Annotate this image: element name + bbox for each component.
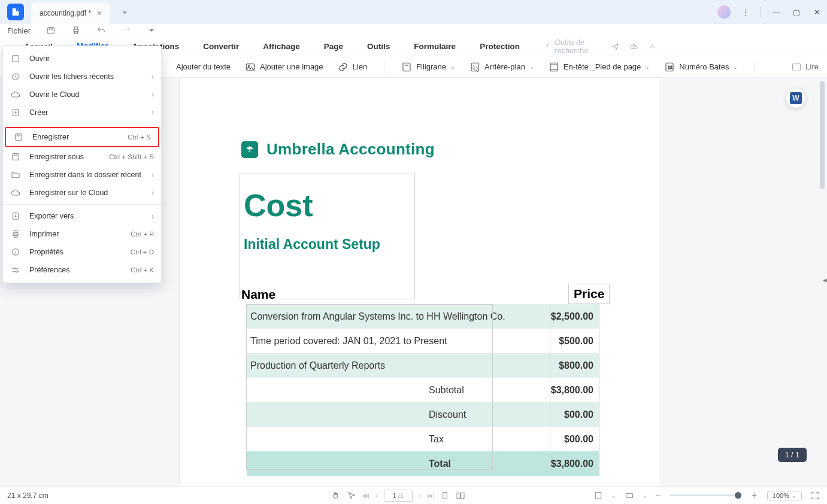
tab-close-icon[interactable]: ×	[97, 8, 102, 18]
window-close-icon[interactable]: ✕	[807, 0, 827, 24]
chevron-down-icon: ⌄	[733, 63, 738, 70]
print-icon	[10, 229, 21, 239]
folder-icon	[10, 169, 21, 180]
title-bar: accounting.pdf * × ＋ ⋮ ― ▢ ✕	[0, 0, 827, 24]
search-tools[interactable]: Outils de recherche	[544, 38, 601, 55]
undo-icon[interactable]	[96, 26, 106, 35]
background-label: Arrière-plan	[484, 62, 525, 71]
chevron-right-icon: ›	[152, 171, 154, 179]
zoom-out-button[interactable]: −	[656, 490, 661, 500]
status-bar: 21 x 29,7 cm ⏮ ‹ 1 /1 › ⏭ ⌄ ⌄ − ＋ 100%⌄	[0, 486, 827, 504]
cost-title-box: Cost Initial Account Setup	[240, 174, 415, 299]
page-canvas[interactable]: ☂ Umbrella Acccounting Cost Initial Acco…	[180, 78, 661, 504]
first-page-icon[interactable]: ⏮	[362, 491, 369, 500]
menu-preferences[interactable]: PréférencesCtrl + K	[3, 261, 161, 279]
single-page-icon[interactable]	[440, 491, 450, 500]
menu-open[interactable]: Ouvrir	[3, 50, 161, 68]
next-page-icon[interactable]: ›	[419, 491, 421, 500]
menu-create[interactable]: Créer›	[3, 104, 161, 122]
read-checkbox[interactable]	[792, 63, 801, 71]
watermark-button[interactable]: Filigrane⌄	[401, 62, 455, 72]
header-footer-icon	[549, 62, 559, 72]
cloud-upload-icon[interactable]	[630, 41, 638, 52]
file-menu-button[interactable]: Fichier	[7, 26, 31, 35]
expand-right-panel-icon[interactable]: ◂	[823, 275, 827, 284]
svg-rect-24	[14, 235, 17, 237]
collapse-ribbon-icon[interactable]	[649, 41, 656, 52]
svg-rect-28	[443, 492, 447, 499]
menu-save-recent-folder[interactable]: Enregistrer dans le dossier récent›	[3, 166, 161, 184]
background-button[interactable]: Arrière-plan⌄	[469, 62, 534, 72]
menu-open-cloud[interactable]: Ouvrir le Cloud›	[3, 86, 161, 104]
add-text-button[interactable]: Ajouter du texte	[176, 62, 231, 71]
customize-quick-icon[interactable]	[147, 26, 156, 35]
image-icon	[245, 62, 256, 72]
quick-toolbar: Fichier	[0, 24, 827, 37]
tab-outils[interactable]: Outils	[367, 38, 390, 54]
window-maximize-icon[interactable]: ▢	[786, 0, 807, 24]
search-tools-label: Outils de recherche	[555, 38, 601, 55]
column-name-header: Name	[241, 287, 275, 302]
link-button[interactable]: Lien	[338, 62, 368, 72]
kebab-menu-icon[interactable]: ⋮	[735, 0, 756, 24]
prev-page-icon[interactable]: ‹	[375, 491, 378, 500]
redo-icon[interactable]	[122, 26, 131, 35]
zoom-thumb[interactable]	[735, 492, 741, 499]
user-avatar[interactable]	[717, 5, 731, 19]
background-icon	[469, 62, 480, 72]
convert-to-word-button[interactable]: W	[786, 89, 805, 108]
svg-rect-9	[550, 63, 558, 71]
tab-page[interactable]: Page	[324, 38, 343, 54]
link-icon	[338, 62, 349, 72]
new-tab-button[interactable]: ＋	[116, 4, 133, 20]
watermark-icon	[401, 62, 412, 72]
save-as-icon	[10, 151, 21, 162]
sparkle-icon	[544, 41, 552, 52]
svg-rect-30	[461, 493, 464, 498]
zoom-slider[interactable]	[670, 494, 741, 496]
vertical-scrollbar[interactable]	[820, 81, 825, 189]
shortcut-label: Ctrl + S	[128, 133, 151, 141]
menu-export[interactable]: Exporter vers›	[3, 207, 161, 225]
window-minimize-icon[interactable]: ―	[766, 0, 786, 24]
print-quick-icon[interactable]	[71, 26, 81, 35]
menu-save-as[interactable]: Enregistrer sousCtrl + Shift + S	[3, 148, 161, 166]
cost-heading: Cost	[240, 174, 414, 223]
add-image-button[interactable]: Ajouter une image	[245, 62, 323, 72]
total-row: Total$3,800.00	[247, 451, 599, 476]
two-page-icon[interactable]	[456, 491, 465, 500]
page-number-input[interactable]: 1 /1	[384, 490, 413, 502]
link-label: Lien	[353, 62, 368, 71]
zoom-level-select[interactable]: 100%⌄	[767, 491, 802, 500]
cost-subtitle: Initial Account Setup	[240, 223, 414, 253]
tab-protection[interactable]: Protection	[480, 38, 520, 54]
chevron-right-icon: ›	[152, 189, 154, 197]
table-row: Time period covered: JAN 01, 2021 to Pre…	[247, 329, 599, 353]
shortcut-label: Ctrl + P	[131, 230, 154, 238]
fit-page-icon[interactable]	[593, 491, 603, 500]
menu-print[interactable]: ImprimerCtrl + P	[3, 225, 161, 243]
header-footer-button[interactable]: En-tête _Pied de page⌄	[549, 62, 650, 72]
tab-affichage[interactable]: Affichage	[263, 38, 300, 54]
tab-convertir[interactable]: Convertir	[203, 38, 239, 54]
add-text-label: Ajouter du texte	[176, 62, 231, 71]
save-quick-icon[interactable]	[46, 26, 56, 35]
tab-formulaire[interactable]: Formulaire	[414, 38, 456, 54]
last-page-icon[interactable]: ⏭	[427, 491, 434, 500]
tab-label: accounting.pdf *	[40, 9, 91, 17]
chevron-down-icon: ⌄	[645, 63, 650, 70]
menu-open-recent[interactable]: Ouvrir les fichiers récents›	[3, 68, 161, 86]
bates-button[interactable]: 12 Numéro Bates⌄	[664, 62, 738, 72]
hand-tool-icon[interactable]	[331, 491, 341, 500]
menu-save[interactable]: EnregistrerCtrl + S	[5, 127, 159, 147]
info-icon	[10, 247, 21, 257]
zoom-in-button[interactable]: ＋	[750, 490, 759, 501]
fullscreen-icon[interactable]	[810, 491, 820, 500]
document-tab[interactable]: accounting.pdf * ×	[31, 2, 110, 24]
select-tool-icon[interactable]	[347, 491, 356, 500]
view-mode-icon[interactable]	[625, 491, 634, 500]
share-icon[interactable]	[611, 41, 619, 52]
menu-properties[interactable]: PropriétésCtrl + D	[3, 243, 161, 261]
menu-save-cloud[interactable]: Enregistrer sur le Cloud›	[3, 184, 161, 202]
table-row: Conversion from Angular Systems Inc. to …	[247, 304, 599, 329]
